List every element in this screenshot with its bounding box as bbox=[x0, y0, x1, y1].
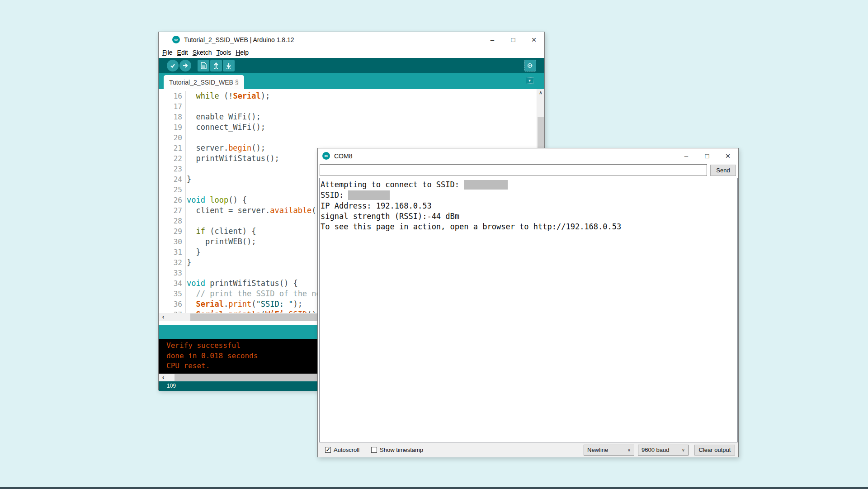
code-line: 20 bbox=[159, 133, 544, 143]
line-number: 33 bbox=[159, 268, 186, 278]
serial-output-line: signal strength (RSSI):-44 dBm bbox=[321, 211, 737, 222]
chevron-down-icon: ∨ bbox=[627, 445, 631, 455]
line-number: 37 bbox=[159, 309, 186, 313]
serial-monitor-titlebar[interactable]: ∞ COM8 – □ × bbox=[318, 148, 738, 163]
code-text: if (client) { bbox=[186, 226, 256, 237]
code-line: 16 while (!Serial); bbox=[159, 91, 544, 101]
code-text: } bbox=[186, 247, 201, 257]
line-number: 17 bbox=[159, 101, 186, 112]
save-arrow-icon bbox=[225, 62, 232, 69]
serial-output-line: Attempting to connect to SSID: bbox=[321, 180, 737, 190]
serial-monitor-icon bbox=[527, 62, 534, 69]
line-number: 28 bbox=[159, 216, 186, 226]
serial-monitor-title: COM8 bbox=[334, 152, 352, 160]
show-timestamp-label[interactable]: Show timestamp bbox=[380, 442, 423, 457]
save-sketch-button[interactable] bbox=[223, 60, 235, 71]
ide-titlebar[interactable]: ∞ Tutorial_2_SSID_WEB | Arduino 1.8.12 –… bbox=[159, 32, 544, 47]
send-button[interactable]: Send bbox=[710, 165, 736, 176]
autoscroll-checkbox[interactable]: ✓ bbox=[325, 447, 331, 453]
code-text: enable_WiFi(); bbox=[186, 112, 261, 122]
code-text bbox=[186, 164, 187, 174]
ide-toolbar bbox=[159, 58, 544, 73]
code-line: 19 connect_WiFi(); bbox=[159, 122, 544, 133]
arduino-logo-icon: ∞ bbox=[322, 152, 330, 160]
scroll-left-arrow-icon[interactable]: ‹ bbox=[160, 313, 167, 321]
serial-monitor-window: ∞ COM8 – □ × Send Attempting to connect … bbox=[317, 148, 739, 457]
line-number: 32 bbox=[159, 257, 186, 268]
upload-button[interactable] bbox=[179, 60, 191, 71]
serial-maximize-button[interactable]: □ bbox=[697, 148, 717, 163]
line-number: 30 bbox=[159, 237, 186, 247]
code-text: printWEB(); bbox=[186, 237, 256, 247]
tab-list-dropdown-button[interactable]: ▼ bbox=[526, 77, 533, 84]
line-number: 31 bbox=[159, 247, 186, 257]
chevron-down-icon: ∨ bbox=[682, 445, 685, 455]
autoscroll-label[interactable]: Autoscroll bbox=[334, 442, 359, 457]
verify-button[interactable] bbox=[167, 60, 179, 71]
scroll-up-arrow-icon[interactable]: ∧ bbox=[537, 89, 544, 96]
ide-maximize-button[interactable]: □ bbox=[503, 32, 524, 47]
open-sketch-button[interactable] bbox=[210, 60, 222, 71]
code-text: printWifiStatus(); bbox=[186, 153, 279, 164]
code-text: Serial.print("SSID: "); bbox=[186, 299, 302, 309]
serial-send-input[interactable] bbox=[320, 164, 707, 176]
serial-minimize-button[interactable]: – bbox=[676, 148, 697, 163]
line-ending-select[interactable]: Newline ∨ bbox=[584, 445, 634, 456]
ide-close-button[interactable]: × bbox=[524, 32, 544, 47]
screen-bottom-edge bbox=[0, 487, 868, 489]
ide-tabbar: Tutorial_2_SSID_WEB § ▼ bbox=[159, 73, 544, 89]
code-text: void loop() { bbox=[186, 195, 247, 205]
serial-output-area[interactable]: Attempting to connect to SSID: SSID: IP … bbox=[319, 178, 738, 442]
code-text: while (!Serial); bbox=[186, 91, 270, 101]
new-sketch-icon bbox=[200, 62, 207, 69]
line-number: 24 bbox=[159, 174, 186, 185]
menu-help[interactable]: Help bbox=[233, 47, 251, 58]
menu-tools[interactable]: Tools bbox=[214, 47, 234, 58]
baud-rate-value: 9600 baud bbox=[642, 446, 669, 453]
code-text: } bbox=[186, 174, 191, 185]
serial-output-line: SSID: bbox=[321, 190, 737, 200]
redacted-ssid-box bbox=[348, 190, 390, 200]
verify-check-icon bbox=[170, 62, 176, 69]
serial-controls-bar: ✓ Autoscroll Show timestamp Newline ∨ 96… bbox=[318, 442, 738, 457]
open-arrow-icon bbox=[212, 62, 220, 69]
code-text bbox=[186, 101, 187, 112]
new-sketch-button[interactable] bbox=[198, 60, 209, 71]
line-number: 27 bbox=[159, 205, 186, 216]
console-scroll-left-arrow-icon[interactable]: ‹ bbox=[160, 374, 167, 382]
menu-file[interactable]: File bbox=[160, 47, 175, 58]
code-text: client = server.available(); bbox=[186, 205, 326, 216]
code-text bbox=[186, 133, 187, 143]
line-number: 16 bbox=[159, 91, 186, 101]
ide-window-title: Tutorial_2_SSID_WEB | Arduino 1.8.12 bbox=[184, 36, 294, 43]
code-text bbox=[186, 268, 187, 278]
arduino-logo-icon: ∞ bbox=[172, 36, 180, 43]
ide-menubar: FileEditSketchToolsHelp bbox=[159, 47, 544, 58]
line-number: 22 bbox=[159, 153, 186, 164]
line-number: 36 bbox=[159, 299, 186, 309]
line-number: 23 bbox=[159, 164, 186, 174]
menu-sketch[interactable]: Sketch bbox=[190, 47, 214, 58]
line-number: 19 bbox=[159, 122, 186, 133]
line-number: 21 bbox=[159, 143, 186, 153]
clear-output-button[interactable]: Clear output bbox=[694, 445, 735, 456]
line-number: 34 bbox=[159, 278, 186, 289]
line-ending-value: Newline bbox=[587, 446, 608, 453]
line-number: 29 bbox=[159, 226, 186, 237]
line-number: 20 bbox=[159, 133, 186, 143]
menu-edit[interactable]: Edit bbox=[175, 47, 190, 58]
code-text: connect_WiFi(); bbox=[186, 122, 265, 133]
serial-monitor-button[interactable] bbox=[524, 60, 536, 71]
sketch-tab[interactable]: Tutorial_2_SSID_WEB § bbox=[164, 75, 244, 89]
ide-minimize-button[interactable]: – bbox=[482, 32, 503, 47]
line-number: 26 bbox=[159, 195, 186, 205]
code-text: Serial.println(WiFi.SSID()); bbox=[186, 309, 326, 313]
code-text bbox=[186, 216, 187, 226]
redacted-ssid-box bbox=[464, 180, 508, 190]
show-timestamp-checkbox[interactable] bbox=[371, 447, 377, 453]
serial-output-line: To see this page in action, open a brows… bbox=[321, 222, 737, 232]
baud-rate-select[interactable]: 9600 baud ∨ bbox=[638, 445, 689, 456]
code-text: } bbox=[186, 257, 191, 268]
serial-close-button[interactable]: × bbox=[717, 148, 738, 163]
upload-arrow-icon bbox=[182, 62, 189, 69]
